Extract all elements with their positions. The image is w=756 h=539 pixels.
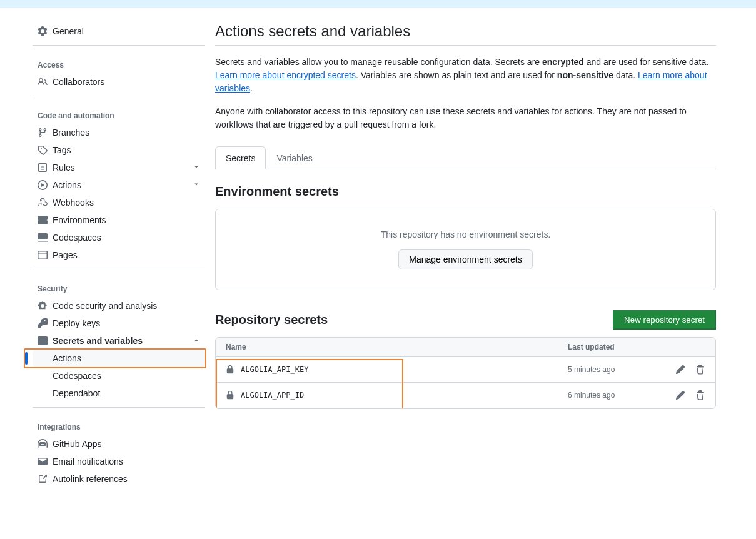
sidebar-label: Deploy keys <box>53 318 100 328</box>
link-external-icon <box>38 474 48 484</box>
settings-sidebar: General Access Collaborators Code and au… <box>10 8 205 503</box>
table-row: ALGOLIA_API_KEY 5 minutes ago <box>216 357 715 383</box>
env-secrets-empty: This repository has no environment secre… <box>215 209 716 290</box>
hubot-icon <box>38 439 48 449</box>
top-banner <box>0 0 756 8</box>
tabs: Secrets Variables <box>215 146 716 169</box>
table-header: Name Last updated <box>216 338 715 357</box>
codespaces-icon <box>38 233 48 243</box>
lock-icon <box>226 365 234 374</box>
sidebar-section-integrations: Integrations <box>33 413 205 435</box>
sidebar-label: Pages <box>53 250 78 260</box>
chevron-up-icon <box>193 336 200 346</box>
divider <box>33 269 205 270</box>
col-updated[interactable]: Last updated <box>568 343 655 351</box>
shield-icon <box>38 301 48 311</box>
sidebar-label: Secrets and variables <box>53 336 143 346</box>
sidebar-item-github-apps[interactable]: GitHub Apps <box>33 435 205 453</box>
page-description-1: Secrets and variables allow you to manag… <box>215 56 716 95</box>
chevron-down-icon <box>193 180 200 190</box>
play-icon <box>38 180 48 190</box>
edit-icon[interactable] <box>675 390 685 400</box>
sidebar-item-email-notifications[interactable]: Email notifications <box>33 453 205 470</box>
env-empty-text: This repository has no environment secre… <box>236 229 695 239</box>
sidebar-label: Codespaces <box>53 371 101 381</box>
sidebar-item-environments[interactable]: Environments <box>33 211 205 229</box>
secret-updated: 5 minutes ago <box>568 365 655 374</box>
sidebar-label: Collaborators <box>53 77 104 87</box>
sidebar-label: Webhooks <box>53 198 94 208</box>
secret-updated: 6 minutes ago <box>568 391 655 400</box>
sidebar-item-sv-codespaces[interactable]: Codespaces <box>33 367 205 385</box>
col-name[interactable]: Name <box>226 343 568 351</box>
secret-name: ALGOLIA_APP_ID <box>226 391 568 400</box>
sidebar-label: Dependabot <box>53 388 100 398</box>
sidebar-item-code-security[interactable]: Code security and analysis <box>33 297 205 315</box>
sidebar-item-webhooks[interactable]: Webhooks <box>33 194 205 211</box>
table-row: ALGOLIA_APP_ID 6 minutes ago <box>216 383 715 408</box>
sidebar-item-sv-dependabot[interactable]: Dependabot <box>33 385 205 402</box>
delete-icon[interactable] <box>695 365 705 375</box>
sidebar-label: GitHub Apps <box>53 439 102 449</box>
branch-icon <box>38 128 48 138</box>
sidebar-item-secrets-variables[interactable]: Secrets and variables <box>33 332 205 350</box>
repo-secrets-header: Repository secrets New repository secret <box>215 310 716 330</box>
sidebar-item-general[interactable]: General <box>33 23 205 40</box>
people-icon <box>38 77 48 87</box>
manage-env-secrets-button[interactable]: Manage environment secrets <box>398 249 533 270</box>
sidebar-item-tags[interactable]: Tags <box>33 141 205 159</box>
sidebar-label: Autolink references <box>53 474 128 484</box>
key-icon <box>38 318 48 328</box>
sidebar-label: Codespaces <box>53 233 101 243</box>
new-repo-secret-button[interactable]: New repository secret <box>613 310 716 330</box>
row-actions <box>655 365 705 375</box>
sidebar-label: Email notifications <box>53 456 123 466</box>
sidebar-item-codespaces[interactable]: Codespaces <box>33 229 205 246</box>
secrets-table: Name Last updated ALGOLIA_API_KEY 5 minu… <box>215 337 716 409</box>
lock-icon <box>226 391 234 400</box>
sidebar-label: Branches <box>53 128 89 138</box>
sort-icon <box>250 343 259 351</box>
sidebar-label: Actions <box>53 180 81 190</box>
sidebar-label: Code security and analysis <box>53 301 157 311</box>
sidebar-item-collaborators[interactable]: Collaborators <box>33 73 205 91</box>
sidebar-item-rules[interactable]: Rules <box>33 159 205 176</box>
repo-secrets-title: Repository secrets <box>215 313 328 327</box>
sidebar-item-autolink[interactable]: Autolink references <box>33 470 205 488</box>
server-icon <box>38 215 48 225</box>
highlight-box: Actions <box>24 348 206 368</box>
sidebar-item-branches[interactable]: Branches <box>33 124 205 141</box>
page-description-2: Anyone with collaborator access to this … <box>215 105 716 131</box>
gear-icon <box>38 26 48 36</box>
sidebar-label: Environments <box>53 215 106 225</box>
mail-icon <box>38 456 48 466</box>
sidebar-label: Tags <box>53 145 71 155</box>
sidebar-item-pages[interactable]: Pages <box>33 246 205 264</box>
browser-icon <box>38 250 48 260</box>
sidebar-label: General <box>53 26 84 36</box>
sidebar-label: Actions <box>53 353 81 363</box>
edit-icon[interactable] <box>675 365 685 375</box>
sidebar-section-access: Access <box>33 51 205 73</box>
sidebar-item-deploy-keys[interactable]: Deploy keys <box>33 315 205 332</box>
page-title: Actions secrets and variables <box>215 23 716 46</box>
sidebar-section-security: Security <box>33 275 205 297</box>
webhook-icon <box>38 198 48 208</box>
tab-variables[interactable]: Variables <box>266 146 323 169</box>
key-asterisk-icon <box>38 336 48 346</box>
page-container: General Access Collaborators Code and au… <box>0 8 756 503</box>
divider <box>33 407 205 408</box>
sidebar-section-code-automation: Code and automation <box>33 101 205 124</box>
delete-icon[interactable] <box>695 390 705 400</box>
sidebar-item-sv-actions[interactable]: Actions <box>33 350 205 367</box>
sidebar-item-actions[interactable]: Actions <box>33 176 205 194</box>
learn-secrets-link[interactable]: Learn more about encrypted secrets <box>215 70 356 80</box>
secret-name: ALGOLIA_API_KEY <box>226 365 568 374</box>
sidebar-label: Rules <box>53 163 75 173</box>
col-actions <box>655 343 705 351</box>
divider <box>33 45 205 46</box>
tab-secrets[interactable]: Secrets <box>215 146 266 169</box>
main-content: Actions secrets and variables Secrets an… <box>205 8 746 503</box>
chevron-down-icon <box>193 163 200 173</box>
row-actions <box>655 390 705 400</box>
